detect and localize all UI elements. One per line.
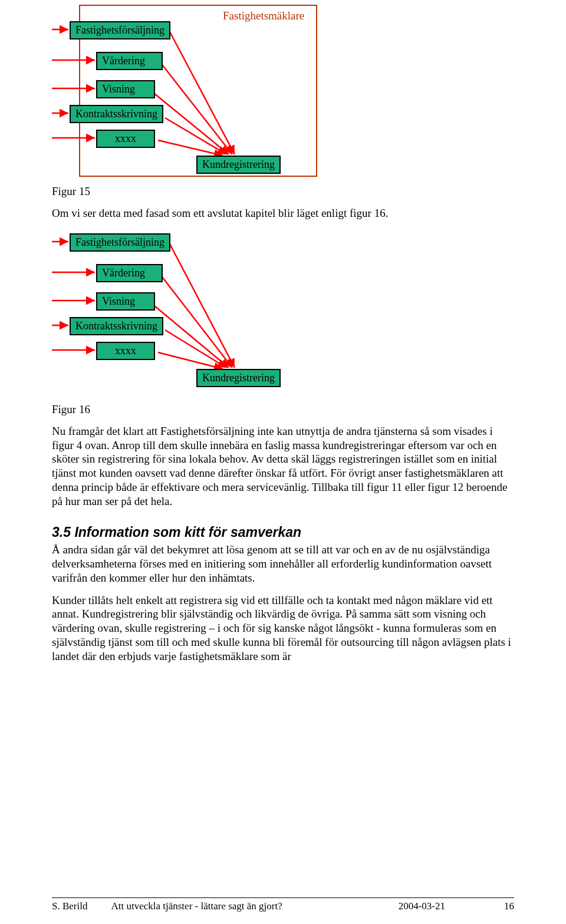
svg-line-16 [160, 275, 232, 368]
footer-date: 2004-03-21 [399, 900, 445, 912]
footer-page: 16 [504, 900, 514, 912]
figure-15: Fastighetsmäklare Fastighetsförsäljning … [52, 5, 514, 182]
fig16-box-kontraktsskrivning: Kontraktsskrivning [70, 317, 163, 335]
svg-line-17 [151, 303, 229, 368]
footer-author: S. Berild [52, 900, 87, 912]
fig15-title: Fastighetsmäklare [223, 9, 304, 22]
fig15-box-kundregistrering: Kundregistrering [196, 156, 281, 174]
svg-line-18 [165, 330, 226, 368]
fig16-box-vardering: Värdering [96, 264, 163, 282]
fig15-box-fastighetsforsaljning: Fastighetsförsäljning [70, 21, 170, 39]
fig15-box-kontraktsskrivning: Kontraktsskrivning [70, 105, 163, 123]
svg-line-15 [170, 244, 235, 368]
section-title: Information som kitt för samverkan [74, 524, 301, 540]
fig15-box-vardering: Värdering [96, 52, 163, 70]
paragraph-4: Kunder tillåts helt enkelt att registrer… [52, 593, 514, 664]
page-footer: S. Berild Att utveckla tjänster - lättar… [52, 897, 514, 912]
paragraph-1: Om vi ser detta med fasad som ett avslut… [52, 206, 514, 220]
fig16-box-kundregistrering: Kundregistrering [196, 369, 281, 387]
svg-line-19 [158, 352, 223, 369]
fig15-box-xxxx: xxxx [96, 130, 155, 148]
paragraph-2: Nu framgår det klart att Fastighetsförsä… [52, 424, 514, 509]
section-num: 3.5 [52, 524, 71, 540]
figure-16: Fastighetsförsäljning Värdering Visning … [52, 229, 514, 400]
fig16-box-xxxx: xxxx [96, 342, 155, 360]
fig16-box-visning: Visning [96, 292, 155, 311]
paragraph-3: Å andra sidan går väl det bekymret att l… [52, 543, 514, 585]
footer-title: Att utveckla tjänster - lättare sagt än … [111, 900, 398, 912]
fig16-box-fastighetsforsaljning: Fastighetsförsäljning [70, 233, 170, 252]
section-heading: 3.5 Information som kitt för samverkan [52, 524, 514, 540]
fig15-box-visning: Visning [96, 80, 155, 98]
fig16-caption: Figur 16 [52, 403, 514, 416]
fig15-caption: Figur 15 [52, 185, 514, 198]
